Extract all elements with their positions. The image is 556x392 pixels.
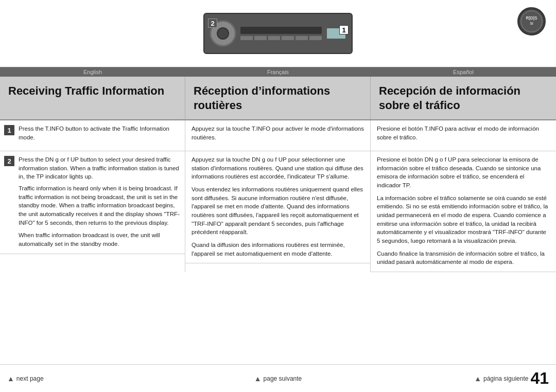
footer-label-fr: page suivante <box>264 375 302 382</box>
lang-english: English <box>0 69 185 75</box>
title-cell-fr: Réception d’informations routières <box>185 77 371 119</box>
step1-en: 1 Press the T.INFO button to activate th… <box>0 120 185 151</box>
arrow-fr: ▲ <box>254 375 262 383</box>
radio-knob-left: 2 <box>210 20 236 47</box>
step2-para1-fr: Vous entendez les informations routières… <box>192 185 364 237</box>
step2-fr: Appuyez sur la touche DN g ou f UP pour … <box>185 151 370 263</box>
step2-en: 2 Press the DN g or f UP button to selec… <box>0 151 185 254</box>
title-fr: Réception d’informations routières <box>194 84 362 112</box>
radio-device: 2 1 <box>203 13 353 54</box>
footer-cell-fr: ▲ page suivante <box>185 365 371 392</box>
rdsi-logo: R|D|S SI <box>517 7 546 35</box>
title-es: Recepción de información sobre el tráfic… <box>379 84 548 112</box>
page-number: 41 <box>530 369 549 388</box>
title-cell-en: Receiving Traffic Information <box>0 77 185 119</box>
step2-header-en: 2 Press the DN g or f UP button to selec… <box>0 151 185 184</box>
footer-row: ▲ next page ▲ page suivante ▲ página sig… <box>0 364 556 392</box>
lang-header: English Français Español <box>0 67 556 77</box>
lang-espanol: Español <box>371 69 556 75</box>
top-image-area: 2 1 <box>0 0 556 67</box>
svg-text:SI: SI <box>530 22 533 25</box>
arrow-en: ▲ <box>7 375 14 383</box>
step1-badge-en: 1 <box>4 125 14 135</box>
svg-text:R|D|S: R|D|S <box>526 15 537 21</box>
step2-para2-es: Cuando finalice la transmisión de inform… <box>377 250 550 266</box>
content-col-en: 1 Press the T.INFO button to activate th… <box>0 120 185 272</box>
step1-text-fr: Appuyez sur la touche T.INFO pour active… <box>192 124 364 141</box>
footer-cell-en: ▲ next page <box>0 365 185 392</box>
content-col-fr: Appuyez sur la touche T.INFO pour active… <box>185 120 371 272</box>
badge-1: 1 <box>339 25 349 34</box>
arrow-es: ▲ <box>474 375 481 383</box>
step2-body-en: Traffic information is heard only when i… <box>0 184 185 254</box>
step1-text-es: Presione el botón T.INFO para activar el… <box>377 124 550 141</box>
step2-para2-en: When traffic information broadcast is ov… <box>19 231 180 248</box>
step2-para1-es: La información sobre el tráfico solament… <box>377 194 550 245</box>
svg-point-0 <box>519 9 544 33</box>
radio-right: 1 <box>326 28 346 39</box>
radio-buttons-row <box>240 36 322 40</box>
step1-es: Presione el botón T.INFO para activar el… <box>371 120 556 151</box>
title-cell-es: Recepción de información sobre el tráfic… <box>371 77 556 119</box>
radio-display: 1 <box>326 28 346 39</box>
title-en: Receiving Traffic Information <box>8 84 177 98</box>
step2-es: Presione el botón DN g o f UP para selec… <box>371 151 556 272</box>
title-row: Receiving Traffic Information Réception … <box>0 77 556 120</box>
step2-intro-en: Press the DN g or f UP button to select … <box>19 155 180 181</box>
step2-intro-fr: Appuyez sur la touche DN g ou f UP pour … <box>192 155 364 181</box>
footer-cell-es: ▲ página siguiente 41 <box>371 365 556 392</box>
step1-text-en: Press the T.INFO button to activate the … <box>19 124 180 141</box>
step1-fr: Appuyez sur la touche T.INFO pour active… <box>185 120 370 151</box>
radio-middle <box>236 27 326 40</box>
page: 2 1 <box>0 0 556 392</box>
step2-para2-fr: Quand la diffusion des informations rout… <box>192 241 364 258</box>
radio-slot <box>240 27 322 34</box>
badge-2: 2 <box>208 19 217 28</box>
lang-francais: Français <box>185 69 371 75</box>
footer-label-es: página siguiente <box>483 375 528 382</box>
content-grid: 1 Press the T.INFO button to activate th… <box>0 120 556 272</box>
content-col-es: Presione el botón T.INFO para activar el… <box>371 120 556 272</box>
step2-intro-es: Presione el botón DN g o f UP para selec… <box>377 155 550 190</box>
footer-label-en: next page <box>16 375 44 382</box>
step2-para1-en: Traffic information is heard only when i… <box>19 184 180 227</box>
step2-badge-en: 2 <box>4 156 14 166</box>
